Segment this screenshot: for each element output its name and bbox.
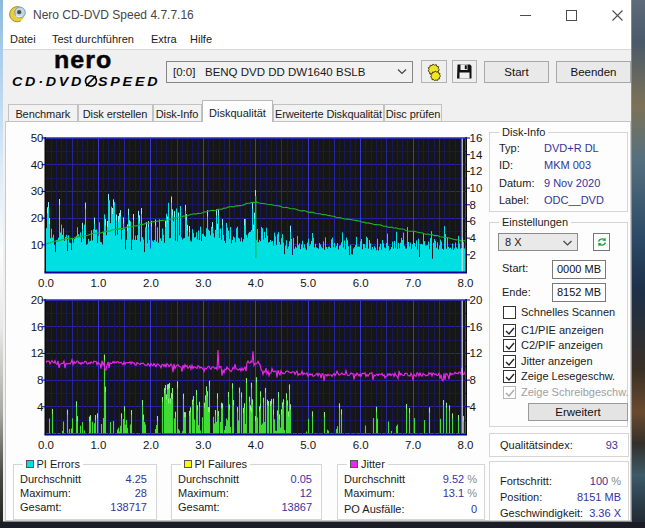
svg-text:10: 10 <box>470 182 483 194</box>
svg-text:7.0: 7.0 <box>405 277 421 289</box>
svg-text:7.0: 7.0 <box>405 439 421 451</box>
svg-text:2.0: 2.0 <box>143 439 159 451</box>
svg-text:16: 16 <box>470 132 483 144</box>
svg-text:6.0: 6.0 <box>353 277 369 289</box>
svg-text:2: 2 <box>470 249 476 261</box>
svg-text:12: 12 <box>470 165 483 177</box>
svg-text:20: 20 <box>470 294 483 306</box>
svg-text:4.0: 4.0 <box>248 277 264 289</box>
svg-text:8.0: 8.0 <box>458 439 474 451</box>
svg-text:12: 12 <box>470 347 483 359</box>
svg-text:5.0: 5.0 <box>300 439 316 451</box>
svg-text:8: 8 <box>470 199 476 211</box>
svg-text:16: 16 <box>470 321 483 333</box>
svg-text:1.0: 1.0 <box>90 439 106 451</box>
svg-text:1.0: 1.0 <box>90 277 106 289</box>
svg-text:8: 8 <box>470 374 476 386</box>
svg-text:5.0: 5.0 <box>300 277 316 289</box>
svg-text:6: 6 <box>470 215 476 227</box>
svg-text:4.0: 4.0 <box>248 439 264 451</box>
svg-text:6.0: 6.0 <box>353 439 369 451</box>
svg-text:3.0: 3.0 <box>195 439 211 451</box>
svg-text:4: 4 <box>470 401 477 413</box>
svg-text:0.0: 0.0 <box>38 277 54 289</box>
svg-text:0.0: 0.0 <box>38 439 54 451</box>
svg-text:2.0: 2.0 <box>143 277 159 289</box>
svg-text:8.0: 8.0 <box>458 277 474 289</box>
svg-text:3.0: 3.0 <box>195 277 211 289</box>
svg-text:4: 4 <box>470 232 477 244</box>
svg-text:14: 14 <box>470 149 483 161</box>
